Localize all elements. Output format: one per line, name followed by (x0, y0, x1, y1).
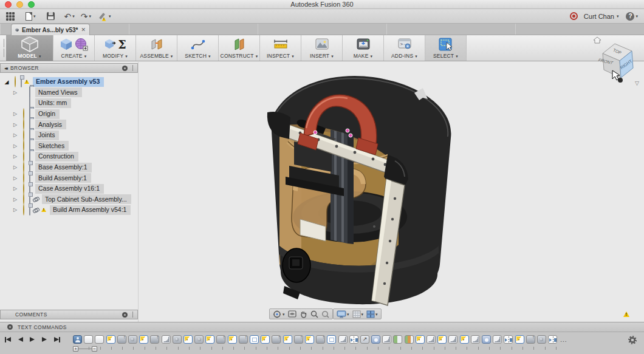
viewcube-home-icon[interactable] (593, 36, 601, 44)
user-menu[interactable]: Curt Chan▾ (584, 13, 619, 20)
step-forward-button[interactable] (29, 336, 36, 343)
disclosure-icon[interactable]: ▷ (12, 154, 18, 159)
browser-item-origin[interactable]: ▷ Origin (0, 109, 138, 120)
timeline-feature-extrude[interactable] (526, 335, 535, 344)
toolbar-tab-construct[interactable]: CONSTRUCT▾ (219, 35, 260, 61)
timeline-feature-shell[interactable] (371, 335, 380, 344)
visibility-slot[interactable] (21, 183, 27, 194)
timeline-feature-extrude[interactable] (272, 335, 281, 344)
timeline-feature-fillet[interactable] (382, 335, 391, 344)
timeline-feature-construct[interactable] (405, 335, 414, 344)
panel-handle-icon[interactable] (7, 324, 13, 330)
visibility-bulb-icon[interactable] (23, 151, 24, 162)
timeline-feature-fillet[interactable] (162, 335, 171, 344)
timeline-feature-shell[interactable] (482, 335, 491, 344)
toolbar-tab-addins[interactable]: >- ADD-INS▾ (384, 35, 425, 61)
screen-record-icon[interactable] (570, 12, 578, 20)
grid-settings-button[interactable]: ▾ (352, 310, 364, 318)
skip-to-start-button[interactable] (5, 336, 12, 343)
zoom-button[interactable] (310, 310, 318, 318)
redo-button[interactable]: ↷▾ (80, 12, 92, 21)
skip-to-end-button[interactable] (53, 336, 60, 343)
viewports-button[interactable]: ▾ (366, 310, 378, 318)
visibility-slot[interactable] (21, 140, 27, 151)
timeline-feature-box[interactable] (95, 335, 104, 344)
timeline-feature-mirror[interactable] (504, 335, 513, 344)
disclosure-icon[interactable]: ▷ (12, 143, 18, 149)
timeline-feature-sketch[interactable] (261, 335, 270, 344)
timeline-feature-sketch[interactable] (106, 335, 115, 344)
toolbar-tab-select[interactable]: SELECT▾ (425, 35, 467, 61)
browser-header[interactable]: ◂◂ BROWSER (0, 63, 138, 73)
timeline-feature-boxsel[interactable] (250, 335, 259, 344)
timeline-feature-fillet[interactable] (471, 335, 480, 344)
timeline-feature-fillet[interactable] (338, 335, 348, 344)
timeline-feature-box[interactable] (84, 335, 93, 344)
toolbar-tab-inspect[interactable]: INSPECT▾ (260, 35, 301, 61)
disclosure-icon[interactable]: ▷ (12, 186, 18, 191)
timeline-settings-button[interactable] (628, 336, 637, 344)
visibility-slot[interactable] (21, 119, 27, 130)
panel-resize-handle[interactable] (132, 311, 134, 318)
save-button[interactable] (46, 12, 56, 21)
timeline-feature-mirror[interactable] (349, 335, 358, 344)
visibility-bulb-icon[interactable] (23, 108, 24, 120)
ribbon-grip[interactable] (2, 35, 6, 61)
tree-item-label[interactable]: Construction (35, 152, 78, 162)
browser-item-analysis[interactable]: ▷ Analysis (0, 119, 138, 130)
panel-handle-icon[interactable] (122, 66, 128, 71)
toolbar-tab-create[interactable]: CREATE▾ (53, 35, 95, 61)
viewcube-menu-icon[interactable]: ▽ (635, 80, 639, 86)
timeline-feature-extrude[interactable] (216, 335, 225, 344)
tree-item-label[interactable]: Origin (35, 109, 60, 119)
disclosure-icon[interactable]: ▷ (12, 111, 18, 117)
visibility-bulb-icon[interactable] (23, 118, 24, 130)
selection-point[interactable] (346, 129, 349, 132)
timeline-feature-sketch[interactable] (416, 335, 425, 344)
visibility-slot[interactable] (21, 194, 27, 205)
visibility-bulb-icon[interactable] (23, 193, 24, 205)
visibility-bulb-icon[interactable] (23, 140, 24, 151)
timeline-feature-extrude[interactable] (239, 335, 248, 344)
disclosure-icon[interactable]: ▷ (12, 197, 18, 202)
text-commands-bar[interactable]: TEXT COMMANDS (0, 322, 644, 332)
look-at-button[interactable] (288, 310, 296, 318)
undo-button[interactable]: ↶▾ (63, 12, 76, 21)
timeline-feature-move[interactable] (360, 335, 369, 344)
timeline-feature-sketch[interactable] (139, 335, 148, 344)
timeline-feature-hole[interactable] (537, 335, 546, 344)
orbit-button[interactable]: ▾ (273, 310, 285, 318)
tree-item-label[interactable]: Case Assembly v16:1 (35, 184, 104, 194)
timeline-feature-sketch[interactable] (305, 335, 314, 344)
disclosure-icon[interactable]: ▷ (12, 122, 18, 128)
browser-item-top-cabinet-sub-assembly[interactable]: ▷ Top Cabinet Sub-Assembly... (0, 194, 138, 205)
visibility-bulb-icon[interactable] (23, 172, 24, 183)
timeline-feature-fillet[interactable] (448, 335, 457, 344)
toolbar-tab-modify[interactable]: Σ MODIFY▾ (95, 35, 136, 61)
tab-close-icon[interactable]: ✕ (81, 27, 86, 33)
display-settings-button[interactable]: ▾ (337, 310, 349, 318)
panel-resize-handle[interactable] (132, 65, 134, 71)
panel-handle-icon[interactable] (122, 312, 128, 318)
visibility-slot[interactable] (21, 205, 27, 216)
disclosure-icon[interactable]: ▷ (12, 207, 18, 213)
tree-item-label[interactable]: Analysis (35, 120, 66, 129)
browser-item-named-views[interactable]: ▷ Named Views (0, 87, 138, 98)
timeline-feature-sketch[interactable] (515, 335, 524, 344)
timeline-feature-sketch[interactable] (205, 335, 214, 344)
play-button[interactable] (41, 336, 48, 343)
timeline-feature-mirror[interactable] (548, 335, 557, 344)
visibility-bulb-icon[interactable] (15, 76, 16, 87)
tree-item-label[interactable]: Ember Assembly v53 (33, 77, 104, 87)
help-menu[interactable]: ?▾ (625, 12, 639, 21)
disclosure-icon[interactable]: ▷ (12, 165, 18, 170)
visibility-bulb-icon[interactable] (23, 129, 24, 141)
share-button[interactable]: ▾ (98, 12, 112, 21)
disclosure-icon[interactable]: ▷ (12, 90, 18, 95)
document-tab[interactable]: Ember As...bly v53* ✕ (11, 24, 90, 35)
visibility-slot[interactable] (21, 162, 27, 173)
timeline-zoom-out-button[interactable]: − (92, 346, 97, 352)
browser-item-base-assembly-1[interactable]: ▷ Base Assembly:1 (0, 162, 138, 173)
timeline-feature-sketch[interactable] (437, 335, 447, 344)
timeline-feature-fillet[interactable] (493, 335, 502, 344)
